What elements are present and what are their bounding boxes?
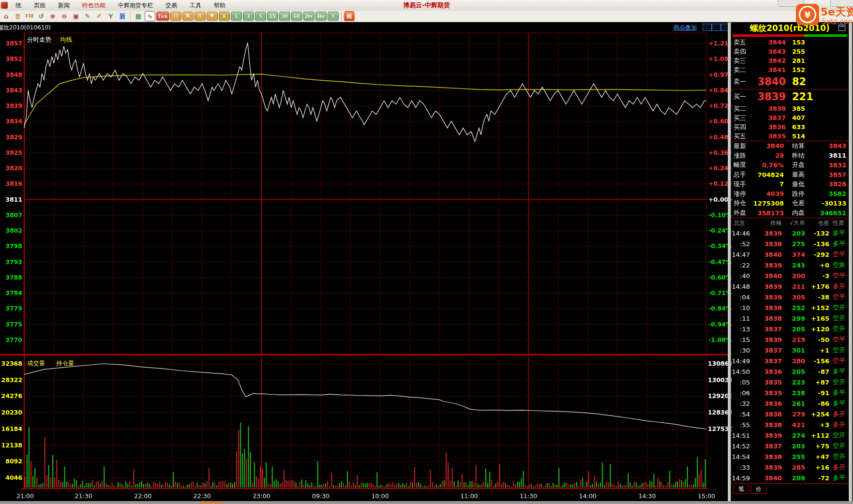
tick-price: 3835 xyxy=(750,389,782,397)
bid-row[interactable]: 买四 3836 633 xyxy=(732,122,848,132)
ask-row[interactable]: 卖五 3844 153 xyxy=(732,38,848,47)
svg-text:3839: 3839 xyxy=(5,102,22,109)
ask-row[interactable]: 卖三 3842 281 xyxy=(732,56,848,65)
svg-text:3770: 3770 xyxy=(5,336,22,343)
new-feature-icon[interactable]: 新 xyxy=(117,11,128,21)
ask-row[interactable]: 卖一 3840 82 xyxy=(732,74,848,89)
tick-row: :32 3836 261 -86 多平 xyxy=(732,398,848,409)
tick-time: :33 xyxy=(732,464,750,471)
svg-text:23:00: 23:00 xyxy=(253,492,270,500)
stat-row: 最新 3840 结算 3843 xyxy=(732,141,848,151)
svg-text:24276: 24276 xyxy=(1,392,23,400)
f10-icon[interactable]: F10 xyxy=(24,11,35,21)
panel-scrollbar[interactable] xyxy=(849,22,853,504)
menu-item-帮助[interactable]: 帮助 xyxy=(208,1,232,10)
panel-tab-笔[interactable]: 笔 xyxy=(733,485,749,494)
period-button-1[interactable]: 1 xyxy=(231,12,242,21)
tick-time: :22 xyxy=(732,262,750,269)
tick-price: 3835 xyxy=(750,379,782,386)
tick-row: :06 3835 238 -91 多平 xyxy=(732,387,848,398)
tick-volume: 205 xyxy=(782,368,805,375)
stat-row: 持仓 1275308 仓差 -30133 xyxy=(732,199,848,208)
quote-panel-title: 螺纹2010(rb2010) xyxy=(732,22,848,34)
period-button-15[interactable]: 15 xyxy=(267,12,278,21)
home-icon[interactable]: ⌂ xyxy=(1,11,12,21)
period-button-Y[interactable]: Y xyxy=(328,12,339,21)
menu-item-页面[interactable]: 页面 xyxy=(28,1,52,10)
menu-item-中辉期货专栏[interactable]: 中辉期货专栏 xyxy=(112,1,159,10)
tick-time: :52 xyxy=(732,240,750,248)
restore-window-icon[interactable] xyxy=(838,25,845,31)
tick-time: :55 xyxy=(732,421,750,429)
period-button-日[interactable]: 日 xyxy=(170,12,181,21)
period-button-周[interactable]: 周 xyxy=(182,12,194,21)
menu-item-交易[interactable]: 交易 xyxy=(159,1,183,10)
svg-text:成交量: 成交量 xyxy=(27,359,45,367)
tick-oi-change: -72 xyxy=(805,474,829,482)
bid-row[interactable]: 买二 3838 385 xyxy=(732,104,848,113)
tick-volume: 209 xyxy=(782,474,805,482)
document-icon[interactable]: ≣ xyxy=(13,11,23,21)
bid-row[interactable]: 买五 3835 514 xyxy=(732,132,848,141)
period-button-5[interactable]: 5 xyxy=(255,12,266,21)
overlay-copy-icon[interactable]: ▣ xyxy=(71,11,81,21)
tick-time: :06 xyxy=(732,389,750,397)
vertical-splitter[interactable] xyxy=(728,22,731,504)
period-button-4hr[interactable]: 4hr xyxy=(315,12,327,21)
edit-icon[interactable]: ✎ xyxy=(82,11,93,21)
menu-item-统[interactable]: 统 xyxy=(9,1,28,10)
period-button-Tick[interactable]: Tick xyxy=(156,12,169,21)
svg-text:3784: 3784 xyxy=(5,289,22,296)
tick-nature: 空开 xyxy=(829,314,848,323)
tick-oi-change: -292 xyxy=(805,251,829,258)
bid-row[interactable]: 买三 3837 407 xyxy=(732,113,848,122)
tick-volume: 219 xyxy=(782,336,805,343)
panel-tab-价[interactable]: 价 xyxy=(751,485,766,494)
svg-text:22:00: 22:00 xyxy=(134,492,151,500)
filter-icon[interactable]: Y xyxy=(105,11,116,21)
ask-row[interactable]: 卖二 3841 152 xyxy=(732,65,848,74)
tick-oi-change: -86 xyxy=(805,400,829,407)
period-button-X[interactable]: X xyxy=(219,12,230,21)
stat-label: 持仓 xyxy=(732,199,753,208)
chart-view-icon[interactable]: ∿ xyxy=(145,11,155,21)
zoom-in-icon[interactable]: ⊕ xyxy=(47,11,58,21)
tick-col-header: 价格 xyxy=(750,219,782,227)
nav-right-icon[interactable] xyxy=(712,24,721,31)
period-button-月[interactable]: 月 xyxy=(195,12,206,21)
tick-row: :13 3837 205 +120 空开 xyxy=(732,324,848,334)
period-button-3[interactable]: 3 xyxy=(243,12,254,21)
menu-item-新闻[interactable]: 新闻 xyxy=(52,1,76,10)
period-button-30[interactable]: 30 xyxy=(279,12,290,21)
draw-icon[interactable]: 画 xyxy=(344,11,355,21)
contract-title: 螺纹2010(rb2010) xyxy=(750,23,830,33)
period-button-季[interactable]: 季 xyxy=(207,12,218,21)
stat-label: 现手 xyxy=(732,180,753,189)
nav-left-icon[interactable] xyxy=(703,24,712,31)
stat-label: 内盘 xyxy=(784,208,813,217)
zoom-out-icon[interactable]: ⊖ xyxy=(59,11,70,21)
bid-row[interactable]: 买一 3839 221 xyxy=(732,89,848,104)
period-button-2hr[interactable]: 2hr xyxy=(303,12,314,21)
tick-nature: 空平 xyxy=(829,250,848,259)
period-button-60[interactable]: 60 xyxy=(291,12,302,21)
intraday-chart[interactable]: 3857385238483843383938343829382538203816… xyxy=(0,32,732,504)
refresh-icon[interactable]: ↺ xyxy=(36,11,46,21)
tick-volume: 223 xyxy=(782,379,805,386)
ladder-price: 3840 xyxy=(754,76,786,88)
overlay-link[interactable]: 商品叠加 xyxy=(673,24,697,32)
menu-item-工具[interactable]: 工具 xyxy=(183,1,208,10)
bottom-scrollbar[interactable] xyxy=(0,501,853,504)
brush-icon[interactable]: ✐ xyxy=(94,11,105,21)
tick-col-header: √大单 xyxy=(782,219,805,227)
report-view-icon[interactable]: ▦ xyxy=(133,11,144,21)
tick-nature: 空开 xyxy=(829,431,848,440)
ask-row[interactable]: 卖四 3843 255 xyxy=(732,47,848,56)
buy-strength xyxy=(804,34,847,37)
tick-price: 3840 xyxy=(750,474,782,482)
bottom-scrollbar-thumb[interactable] xyxy=(200,502,222,504)
tick-row: 14:50 3836 205 -87 多平 xyxy=(732,366,848,377)
svg-text:3793: 3793 xyxy=(5,258,22,266)
tick-volume: 279 xyxy=(782,411,805,418)
menu-item-特色功能[interactable]: 特色功能 xyxy=(76,1,112,10)
